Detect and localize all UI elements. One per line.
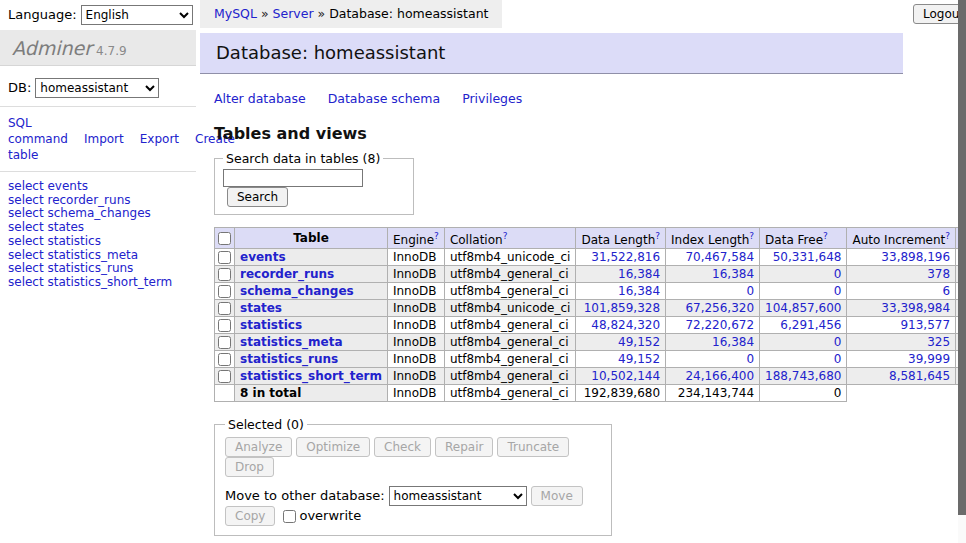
language-select[interactable]: English xyxy=(81,5,193,25)
cell-number-link[interactable]: 67,256,320 xyxy=(685,301,754,315)
cell-auto-increment: 6 xyxy=(847,283,956,300)
cell-number-link[interactable]: 49,152 xyxy=(618,352,660,366)
cell-number-link[interactable]: 33,898,196 xyxy=(881,250,950,264)
cell-number-link[interactable]: 24,166,400 xyxy=(685,369,754,383)
row-check-cell xyxy=(215,249,235,266)
sidebar-table-link[interactable]: select statistics_meta xyxy=(8,248,138,262)
help-link[interactable]: ? xyxy=(749,231,754,241)
cell-number-link[interactable]: 913,577 xyxy=(900,318,950,332)
cell-number-link[interactable]: 16,384 xyxy=(618,284,660,298)
db-select[interactable]: homeassistant xyxy=(35,78,159,98)
cell-number-link[interactable]: 0 xyxy=(834,284,842,298)
database-action-link[interactable]: Database schema xyxy=(328,91,440,106)
sidebar-table-link[interactable]: select events xyxy=(8,179,88,193)
database-action-link[interactable]: Privileges xyxy=(462,91,522,106)
sidebar-action-link[interactable]: Export xyxy=(140,132,179,146)
cell-data-free: 50,331,648 xyxy=(760,249,847,266)
cell-number-link[interactable]: 16,384 xyxy=(712,267,754,281)
sidebar-table-item: select statistics_meta xyxy=(8,249,196,263)
cell-number-link[interactable]: 8,581,645 xyxy=(889,369,950,383)
cell-number-link[interactable]: 16,384 xyxy=(618,267,660,281)
bulk-action-button[interactable]: Repair xyxy=(435,437,493,457)
overwrite-checkbox[interactable] xyxy=(283,510,296,523)
help-link[interactable]: ? xyxy=(655,231,660,241)
cell-number-link[interactable]: 49,152 xyxy=(618,335,660,349)
table-name-link[interactable]: statistics_meta xyxy=(240,335,343,349)
copy-button[interactable]: Copy xyxy=(225,506,275,526)
cell-number-link[interactable]: 0 xyxy=(834,352,842,366)
bulk-action-button[interactable]: Drop xyxy=(225,457,274,477)
cell-number-link[interactable]: 0 xyxy=(746,352,754,366)
cell-number-link[interactable]: 48,824,320 xyxy=(591,318,660,332)
sidebar-table-link[interactable]: select schema_changes xyxy=(8,206,151,220)
sidebar-table-item: select schema_changes xyxy=(8,207,196,221)
cell-number-link[interactable]: 0 xyxy=(834,335,842,349)
row-checkbox[interactable] xyxy=(218,319,231,332)
table-name-link[interactable]: schema_changes xyxy=(240,284,354,298)
cell-number-link[interactable]: 50,331,648 xyxy=(773,250,842,264)
scrollbar[interactable] xyxy=(958,0,966,543)
row-checkbox[interactable] xyxy=(218,302,231,315)
database-action-link[interactable]: Alter database xyxy=(214,91,306,106)
cell-number-link[interactable]: 0 xyxy=(746,284,754,298)
scrollbar-thumb[interactable] xyxy=(958,0,966,515)
help-link[interactable]: ? xyxy=(823,231,828,241)
sidebar-action-link[interactable]: SQL command xyxy=(8,116,68,146)
cell-number-link[interactable]: 6,291,456 xyxy=(780,318,841,332)
row-checkbox[interactable] xyxy=(218,268,231,281)
sidebar-table-link[interactable]: select statistics xyxy=(8,234,101,248)
sidebar-table-link[interactable]: select recorder_runs xyxy=(8,193,131,207)
table-name-link[interactable]: statistics_runs xyxy=(240,352,338,366)
cell-number-link[interactable]: 33,398,984 xyxy=(881,301,950,315)
cell-number-link[interactable]: 16,384 xyxy=(712,335,754,349)
column-header: Data Free? xyxy=(760,228,847,249)
search-button[interactable]: Search xyxy=(227,187,288,207)
row-checkbox[interactable] xyxy=(218,336,231,349)
cell-number-link[interactable]: 70,467,584 xyxy=(685,250,754,264)
cell-table-name: statistics_runs xyxy=(235,351,388,368)
move-db-select[interactable]: homeassistant xyxy=(389,486,527,506)
app-header: Adminer4.7.9 xyxy=(0,30,196,66)
row-checkbox[interactable] xyxy=(218,370,231,383)
bulk-action-button[interactable]: Analyze xyxy=(225,437,292,457)
help-link[interactable]: ? xyxy=(503,231,508,241)
cell-number-link[interactable]: 104,857,600 xyxy=(765,301,841,315)
cell-number-link[interactable]: 101,859,328 xyxy=(584,301,660,315)
help-link[interactable]: ? xyxy=(945,231,950,241)
table-name-link[interactable]: statistics xyxy=(240,318,302,332)
cell-number-link[interactable]: 325 xyxy=(927,335,950,349)
cell-number-link[interactable]: 6 xyxy=(942,284,950,298)
breadcrumb-separator: » xyxy=(314,6,330,21)
cell-number-link[interactable]: 39,999 xyxy=(908,352,950,366)
table-row: eventsInnoDButf8mb4_unicode_ci31,522,816… xyxy=(215,249,966,266)
breadcrumb-link[interactable]: Server xyxy=(273,6,314,21)
select-all-checkbox[interactable] xyxy=(218,232,231,245)
cell-number-link[interactable]: 72,220,672 xyxy=(685,318,754,332)
cell-number-link[interactable]: 10,502,144 xyxy=(591,369,660,383)
breadcrumb-link[interactable]: MySQL xyxy=(214,6,257,21)
move-button[interactable]: Move xyxy=(531,486,583,506)
bulk-action-button[interactable]: Check xyxy=(374,437,431,457)
cell-number-link[interactable]: 31,522,816 xyxy=(591,250,660,264)
sidebar-table-link[interactable]: select states xyxy=(8,220,84,234)
table-name-link[interactable]: events xyxy=(240,250,286,264)
cell-number-link[interactable]: 378 xyxy=(927,267,950,281)
sidebar-table-link[interactable]: select statistics_short_term xyxy=(8,275,172,289)
cell-number-link[interactable]: 0 xyxy=(834,267,842,281)
table-name-link[interactable]: recorder_runs xyxy=(240,267,334,281)
help-link[interactable]: ? xyxy=(434,231,439,241)
sidebar-table-link[interactable]: select statistics_runs xyxy=(8,261,133,275)
bulk-action-button[interactable]: Truncate xyxy=(497,437,569,457)
bulk-action-button[interactable]: Optimize xyxy=(296,437,370,457)
table-name-link[interactable]: states xyxy=(240,301,282,315)
cell-number-link[interactable]: 188,743,680 xyxy=(765,369,841,383)
sidebar-action-link[interactable]: Import xyxy=(84,132,124,146)
row-checkbox[interactable] xyxy=(218,353,231,366)
cell-data-length: 31,522,816 xyxy=(576,249,666,266)
cell-data-free: 188,743,680 xyxy=(760,368,847,385)
cell-table-name: statistics xyxy=(235,317,388,334)
row-checkbox[interactable] xyxy=(218,251,231,264)
row-checkbox[interactable] xyxy=(218,285,231,298)
table-name-link[interactable]: statistics_short_term xyxy=(240,369,382,383)
search-input[interactable] xyxy=(223,169,363,187)
